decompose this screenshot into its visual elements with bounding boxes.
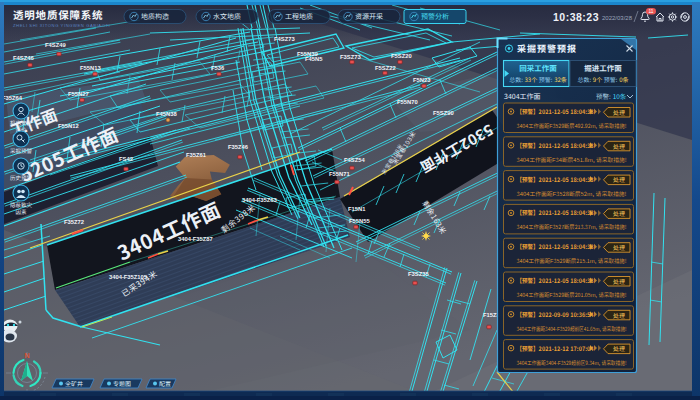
- svg-text:F4SZ46: F4SZ46: [13, 55, 34, 61]
- svg-text:FS42: FS42: [119, 156, 133, 162]
- svg-text:F5SZ90: F5SZ90: [433, 110, 454, 116]
- svg-text:全矿井: 全矿井: [65, 379, 83, 388]
- svg-text:3404工作面距3404-F3529超前区41.65m, 请: 3404工作面距3404-F3529超前区41.65m, 请采取措施!: [517, 325, 627, 333]
- svg-text:处理: 处理: [613, 175, 625, 184]
- svg-text:处理: 处理: [613, 311, 625, 320]
- svg-text:F35Z46: F35Z46: [228, 144, 249, 150]
- svg-text:【预警】2021-12-05 18:04:33: 【预警】2021-12-05 18:04:33: [517, 276, 594, 285]
- svg-text:F45N5: F45N5: [305, 56, 323, 62]
- svg-text:3404工作面距F3529断层201.05m, 请采取措施!: 3404工作面距F3529断层201.05m, 请采取措施!: [517, 291, 627, 299]
- svg-text:地质构造: 地质构造: [141, 11, 169, 21]
- svg-text:回采工作面: 回采工作面: [519, 62, 557, 73]
- svg-text:3404-F35Z87: 3404-F35Z87: [178, 236, 213, 242]
- svg-text:总数: 9个 预警: 0条: 总数: 9个 预警: 0条: [577, 75, 628, 84]
- svg-text:【预警】2021-12-05 18:04:33: 【预警】2021-12-05 18:04:33: [517, 107, 594, 116]
- svg-text:ZHELI SHI XITONG YINGWEN GABIA: ZHELI SHI XITONG YINGWEN GABIAOTI: [13, 23, 110, 28]
- svg-text:F4SZ49: F4SZ49: [45, 42, 66, 48]
- svg-text:F5SZ20: F5SZ20: [391, 53, 412, 59]
- svg-text:F55N70: F55N70: [397, 99, 418, 105]
- svg-text:资源开采: 资源开采: [355, 11, 383, 21]
- svg-text:F35Z72: F35Z72: [64, 219, 84, 225]
- svg-text:F55N27: F55N27: [68, 91, 89, 97]
- svg-text:F5N23: F5N23: [413, 77, 431, 83]
- svg-text:F55N55: F55N55: [349, 218, 370, 224]
- svg-text:3404-F35Z63: 3404-F35Z63: [242, 197, 278, 203]
- svg-text:因素: 因素: [15, 208, 27, 216]
- svg-text:处理: 处理: [613, 277, 625, 286]
- svg-text:处理: 处理: [613, 209, 625, 218]
- svg-text:配置: 配置: [159, 379, 171, 388]
- svg-text:3404工作面距3404-F3529超前区9.34m, 请采: 3404工作面距3404-F3529超前区9.34m, 请采取措施!: [517, 359, 627, 367]
- svg-text:处理: 处理: [613, 142, 625, 151]
- svg-text:【预警】2021-12-05 18:04:33: 【预警】2021-12-05 18:04:33: [517, 141, 594, 150]
- svg-text:透明地质保障系统: 透明地质保障系统: [13, 7, 103, 22]
- svg-text:【预警】2021-12-05 18:04:33: 【预警】2021-12-05 18:04:33: [517, 175, 594, 184]
- svg-text:F3SZ35: F3SZ35: [408, 271, 429, 277]
- svg-text:3404工作面: 3404工作面: [504, 91, 541, 101]
- svg-text:3404工作面距F3529断层492.92m, 请采取措施!: 3404工作面距F3529断层492.92m, 请采取措施!: [517, 122, 627, 130]
- svg-text:3404工作面距F3527断层213.37m, 请采取措施!: 3404工作面距F3527断层213.37m, 请采取措施!: [517, 223, 627, 231]
- svg-text:【预警】2022-09-09 10:36:54: 【预警】2022-09-09 10:36:54: [517, 310, 594, 319]
- svg-text:专题图: 专题图: [113, 379, 131, 388]
- svg-text:处理: 处理: [613, 243, 625, 252]
- svg-text:F4SZ73: F4SZ73: [274, 36, 295, 42]
- svg-text:F55N71: F55N71: [329, 171, 350, 177]
- svg-text:预警分析: 预警分析: [421, 11, 449, 21]
- svg-text:总数: 33个 预警: 32条: 总数: 33个 预警: 32条: [509, 75, 567, 84]
- svg-text:3404工作面距F3529断层215.1m, 请采取措施!: 3404工作面距F3529断层215.1m, 请采取措施!: [517, 257, 627, 265]
- svg-text:F55N12: F55N12: [58, 123, 79, 129]
- svg-text:水文地质: 水文地质: [213, 11, 241, 21]
- svg-text:掘进工作面: 掘进工作面: [584, 62, 622, 73]
- svg-text:预警: 10条: 预警: 10条: [596, 91, 627, 101]
- svg-text:F35Z61: F35Z61: [186, 152, 207, 158]
- svg-text:3404工作面距F3528断层52m, 请采取措施!: 3404工作面距F3528断层52m, 请采取措施!: [517, 190, 627, 198]
- svg-text:11: 11: [649, 9, 654, 14]
- svg-text:F45N38: F45N38: [156, 111, 177, 117]
- svg-text:3404-F35Z105: 3404-F35Z105: [109, 274, 148, 280]
- svg-text:处理: 处理: [613, 344, 625, 353]
- svg-text:工程地质: 工程地质: [285, 11, 313, 21]
- svg-text:采掘预警: 采掘预警: [10, 147, 33, 155]
- svg-text:【预警】2021-12-12 17:07:04: 【预警】2021-12-12 17:07:04: [517, 344, 594, 353]
- svg-text:历史预警: 历史预警: [10, 174, 33, 182]
- svg-text:F3SZ73: F3SZ73: [340, 54, 361, 60]
- svg-text:10:38:23: 10:38:23: [553, 11, 599, 23]
- svg-text:F5SZ22: F5SZ22: [375, 65, 396, 71]
- svg-text:F15N1: F15N1: [348, 206, 366, 212]
- svg-text:2022/03/28: 2022/03/28: [602, 15, 633, 21]
- svg-text:【预警】2021-12-05 18:04:33: 【预警】2021-12-05 18:04:33: [517, 208, 594, 217]
- svg-text:采掘预警预报: 采掘预警预报: [517, 42, 577, 55]
- svg-text:F4SZ54: F4SZ54: [344, 157, 365, 163]
- svg-text:3404工作面距F34断层451.8m, 请采取措施!: 3404工作面距F34断层451.8m, 请采取措施!: [517, 156, 627, 164]
- svg-text:处理: 处理: [613, 108, 625, 117]
- svg-text:F55N13: F55N13: [80, 65, 101, 71]
- svg-text:【预警】2021-12-05 18:04:33: 【预警】2021-12-05 18:04:33: [517, 242, 594, 251]
- svg-text:F536: F536: [211, 65, 225, 71]
- svg-text:F35Z64: F35Z64: [2, 95, 23, 101]
